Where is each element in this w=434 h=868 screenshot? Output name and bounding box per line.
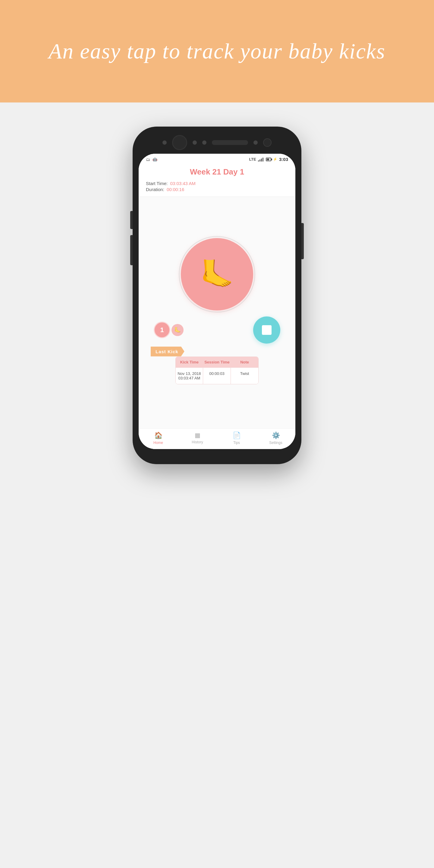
home-icon: 🏠 <box>154 432 162 439</box>
col-kick-time: Kick Time <box>176 357 204 367</box>
front-camera <box>263 138 272 147</box>
nav-history[interactable]: ▦ History <box>178 432 217 445</box>
app-content: Week 21 Day 1 Start Time: 03:03:43 AM Du… <box>138 164 296 449</box>
mic-dot <box>253 141 258 145</box>
kick-count-circle: 1 <box>154 321 170 338</box>
start-time-value: 03:03:43 AM <box>170 181 195 186</box>
stop-button[interactable] <box>253 316 280 344</box>
phone-top-hardware <box>138 133 296 154</box>
table-row: Nov 13, 201803:03:47 AM 00:00:03 Twist <box>176 367 258 384</box>
phone-body: 🗂 🤖 LTE ⚡ 3:03 <box>133 127 301 464</box>
kick-area: 🦶 1 🦶 Last Kick <box>138 197 296 428</box>
history-icon: ▦ <box>195 432 200 439</box>
earpiece <box>172 135 187 150</box>
foot-small-icon: 🦶 <box>172 324 184 336</box>
header-banner: An easy tap to track your baby kicks <box>0 0 434 102</box>
start-time-label: Start Time: <box>146 181 168 186</box>
start-time-row: Start Time: 03:03:43 AM <box>146 181 288 186</box>
battery-charging-icon: ⚡ <box>273 157 277 161</box>
col-note: Note <box>231 357 258 367</box>
power-button <box>301 223 304 259</box>
speaker-grille <box>212 140 248 145</box>
cell-kick-time: Nov 13, 201803:03:47 AM <box>176 368 204 384</box>
sensor-dot <box>193 141 197 145</box>
cell-note: Twist <box>231 368 258 384</box>
kick-counter: 1 🦶 <box>154 321 184 338</box>
signal-strength-icon <box>258 157 264 161</box>
bottom-nav: 🏠 Home ▦ History 📄 Tips ⚙️ Settings <box>138 428 296 449</box>
duration-label: Duration: <box>146 187 164 192</box>
status-left-icons: 🗂 🤖 <box>146 157 157 162</box>
nav-home-label: Home <box>153 441 163 445</box>
phone-screen: 🗂 🤖 LTE ⚡ 3:03 <box>138 154 296 449</box>
battery-icon <box>266 158 271 161</box>
duration-value: 00:00:16 <box>167 187 184 192</box>
status-right-icons: LTE ⚡ 3:03 <box>249 157 288 162</box>
kick-table: Kick Time Session Time Note Nov 13, 2018… <box>176 356 259 384</box>
settings-icon: ⚙️ <box>272 432 280 439</box>
volume-down-button <box>130 235 133 265</box>
sensor-dot-2 <box>202 141 207 145</box>
tips-icon: 📄 <box>233 432 241 439</box>
volume-up-button <box>130 211 133 229</box>
stop-icon <box>262 325 272 335</box>
lte-indicator: LTE <box>249 157 256 161</box>
session-info: Start Time: 03:03:43 AM Duration: 00:00:… <box>138 179 296 197</box>
status-bar: 🗂 🤖 LTE ⚡ 3:03 <box>138 154 296 164</box>
nav-settings-label: Settings <box>269 441 282 445</box>
nav-history-label: History <box>192 440 203 444</box>
counter-row: 1 🦶 <box>145 316 289 344</box>
kick-button[interactable]: 🦶 <box>181 238 253 310</box>
last-kick-banner: Last Kick <box>151 347 184 356</box>
sd-card-icon: 🗂 <box>146 157 150 162</box>
phone-mockup: 🗂 🤖 LTE ⚡ 3:03 <box>133 127 301 464</box>
android-icon: 🤖 <box>153 157 157 161</box>
col-session-time: Session Time <box>203 357 231 367</box>
cell-session-time: 00:00:03 <box>203 368 231 384</box>
table-header: Kick Time Session Time Note <box>176 357 258 367</box>
duration-row: Duration: 00:00:16 <box>146 187 288 192</box>
nav-tips[interactable]: 📄 Tips <box>217 432 256 445</box>
last-kick-label: Last Kick <box>151 347 184 356</box>
nav-tips-label: Tips <box>233 441 240 445</box>
app-tagline: An easy tap to track your baby kicks <box>49 39 385 64</box>
nav-home[interactable]: 🏠 Home <box>138 432 178 445</box>
nav-settings[interactable]: ⚙️ Settings <box>256 432 296 445</box>
footprint-icon: 🦶 <box>200 258 234 290</box>
week-day-title: Week 21 Day 1 <box>138 164 296 179</box>
status-time: 3:03 <box>279 157 288 162</box>
front-camera-dot <box>162 141 167 145</box>
